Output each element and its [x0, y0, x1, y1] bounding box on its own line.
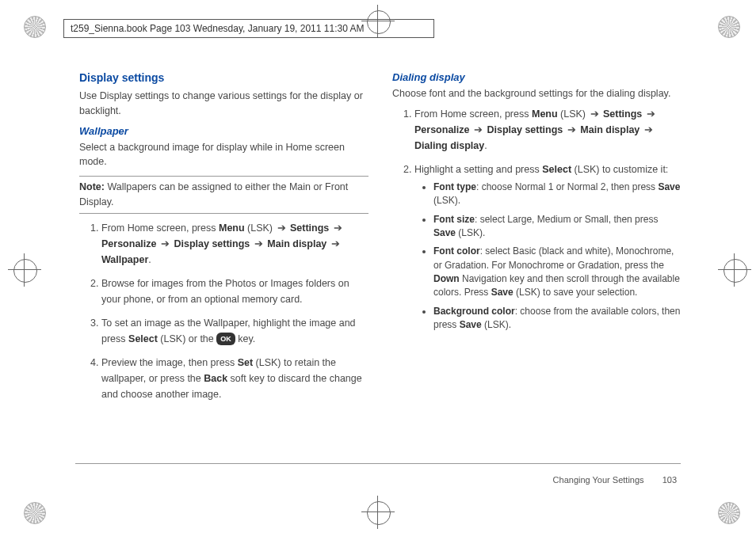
arrow-icon: ➔	[330, 236, 342, 252]
left-column: Display settings Use Display settings to…	[79, 71, 368, 410]
step-text: (LSK)	[245, 222, 276, 234]
option-text: (LSK).	[482, 319, 511, 330]
option-text: (LSK).	[433, 195, 460, 206]
step-text: (LSK) or the	[158, 333, 216, 344]
key-label: Personalize	[414, 124, 469, 135]
body-text: Use Display settings to change various s…	[79, 89, 368, 119]
crop-ornament	[24, 16, 46, 38]
note-body: Wallpapers can be assigned to either the…	[79, 181, 348, 207]
key-label: Save	[658, 181, 680, 192]
list-item: To set an image as the Wallpaper, highli…	[101, 315, 368, 347]
option-text: : select Large, Medium or Small, then pr…	[475, 214, 658, 225]
registration-mark	[361, 496, 395, 529]
arrow-icon: ➔	[645, 106, 657, 122]
option-label: Font type	[433, 181, 476, 192]
ok-key-icon: OK	[216, 333, 235, 345]
crop-ornament	[718, 16, 740, 38]
option-text: : choose Normal 1 or Normal 2, then pres…	[476, 181, 658, 192]
step-text: (LSK) to customize it:	[571, 164, 668, 175]
key-label: Settings	[603, 108, 642, 120]
right-column: Dialing display Choose font and the back…	[392, 71, 682, 410]
note-label: Note:	[79, 181, 105, 192]
key-label: Save	[460, 319, 482, 330]
key-label: Select	[128, 333, 158, 344]
arrow-icon: ➔	[332, 220, 344, 236]
key-label: Back	[204, 373, 227, 384]
key-label: Menu	[219, 222, 245, 234]
crop-ornament	[24, 502, 46, 524]
note-text: Note: Wallpapers can be assigned to eith…	[79, 180, 368, 210]
step-text: From Home screen, press	[414, 108, 532, 120]
key-label: Settings	[290, 222, 329, 234]
page-number: 103	[662, 475, 677, 485]
key-label: Save	[491, 287, 514, 298]
arrow-icon: ➔	[566, 122, 578, 138]
wallpaper-steps: From Home screen, press Menu (LSK) ➔ Set…	[79, 220, 368, 402]
step-text: Preview the image, then press	[101, 357, 238, 368]
option-label: Background color	[433, 306, 515, 317]
key-label: Main display	[580, 124, 640, 135]
key-label: Set	[238, 357, 253, 368]
customize-options: Font type: choose Normal 1 or Normal 2, …	[414, 181, 682, 333]
arrow-icon: ➔	[589, 106, 601, 122]
arrow-icon: ➔	[253, 236, 265, 252]
subheading-dialing-display: Dialing display	[392, 71, 682, 83]
key-label: Wallpaper	[101, 254, 148, 265]
key-label: Dialing display	[414, 140, 484, 151]
key-label: Display settings	[487, 124, 563, 135]
option-text: (LSK) to save your selection.	[514, 287, 638, 298]
dialing-steps: From Home screen, press Menu (LSK) ➔ Set…	[392, 106, 682, 333]
registration-mark	[8, 253, 41, 287]
list-item: Background color: choose from the availa…	[433, 305, 682, 333]
step-text: key.	[235, 333, 255, 344]
step-text: (LSK)	[558, 108, 589, 120]
arrow-icon: ➔	[472, 122, 484, 138]
arrow-icon: ➔	[276, 220, 288, 236]
key-label: Select	[542, 164, 571, 175]
list-item: Highlight a setting and press Select (LS…	[414, 162, 682, 333]
body-text: Choose font and the background settings …	[392, 86, 682, 101]
option-text: (LSK).	[456, 227, 485, 238]
key-label: Menu	[532, 108, 558, 120]
option-label: Font color	[433, 245, 480, 257]
footer-section: Changing Your Settings	[553, 475, 644, 485]
arrow-icon: ➔	[643, 122, 655, 138]
step-text: Highlight a setting and press	[414, 164, 542, 175]
key-label: Save	[433, 227, 456, 238]
registration-mark	[718, 253, 751, 287]
arrow-icon: ➔	[159, 236, 171, 252]
list-item: From Home screen, press Menu (LSK) ➔ Set…	[414, 106, 682, 154]
list-item: Browse for images from the Photos or Ima…	[101, 276, 368, 307]
page-content: Display settings Use Display settings to…	[79, 71, 682, 410]
list-item: Font size: select Large, Medium or Small…	[433, 213, 682, 241]
crop-ornament	[718, 502, 740, 524]
list-item: From Home screen, press Menu (LSK) ➔ Set…	[101, 220, 368, 268]
option-label: Font size	[433, 214, 475, 225]
key-label: Down	[433, 273, 460, 284]
section-heading-display-settings: Display settings	[79, 71, 368, 84]
subheading-wallpaper: Wallpaper	[79, 125, 368, 137]
list-item: Font type: choose Normal 1 or Normal 2, …	[433, 181, 682, 208]
list-item: Preview the image, then press Set (LSK) …	[101, 355, 368, 402]
key-label: Main display	[267, 238, 326, 249]
key-label: Display settings	[174, 238, 250, 249]
list-item: Font color: select Basic (black and whit…	[433, 245, 682, 300]
footer-rule	[75, 463, 681, 464]
frame-header: t259_Sienna.book Page 103 Wednesday, Jan…	[63, 19, 434, 38]
note-block: Note: Wallpapers can be assigned to eith…	[79, 176, 368, 214]
step-text: From Home screen, press	[101, 222, 219, 234]
body-text: Select a background image for display wh…	[79, 140, 368, 170]
page-footer: Changing Your Settings 103	[553, 475, 677, 485]
key-label: Personalize	[101, 238, 156, 249]
